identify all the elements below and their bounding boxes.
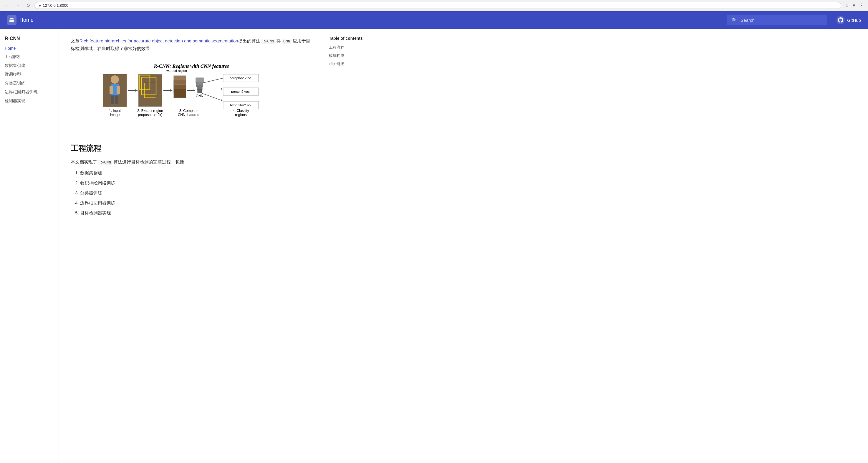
svg-text:2. Extract region: 2. Extract region <box>137 109 163 113</box>
svg-rect-0 <box>9 20 14 21</box>
toc-item-3[interactable]: 相关链接 <box>329 61 378 67</box>
app-header: Home 🔍 GitHub <box>0 11 868 29</box>
sidebar-link-finetune[interactable]: 微调模型 <box>5 71 54 78</box>
menu-button[interactable]: ⋮ <box>858 2 865 9</box>
list-item-2: 卷积神经网络训练 <box>80 179 312 186</box>
reload-button[interactable]: ↻ <box>25 2 31 9</box>
back-button[interactable]: ← <box>3 2 11 9</box>
rcnn-diagram-svg: R-CNN: Regions with CNN features 1. Inpu… <box>94 60 288 130</box>
github-icon <box>837 16 845 24</box>
lock-icon: ● <box>39 3 41 8</box>
toc-link-2[interactable]: 模块构成 <box>329 53 378 58</box>
address-bar[interactable]: ● 127.0.0.1:8000 <box>34 2 841 9</box>
list-item-5: 目标检测器实现 <box>80 209 312 216</box>
svg-text:3. Compute: 3. Compute <box>179 109 197 113</box>
svg-marker-22 <box>170 89 173 92</box>
svg-marker-42 <box>221 88 223 90</box>
sidebar-item-bbox[interactable]: 边界框回归器训练 <box>5 89 54 95</box>
list-item-3: 分类器训练 <box>80 189 312 196</box>
toc-title: Table of contents <box>329 36 378 41</box>
search-input[interactable] <box>741 18 823 23</box>
logo-icon <box>7 15 17 25</box>
toc-nav: 工程流程 模块构成 相关链接 <box>329 45 378 67</box>
sidebar-nav: Home 工程解析 数据集创建 微调模型 分类器训练 边界框回归器训练 检测器实… <box>5 45 54 104</box>
intro-code-cnn: CNN <box>282 39 291 44</box>
sidebar-link-bbox[interactable]: 边界框回归器训练 <box>5 89 54 95</box>
svg-text:tvmonitor? no.: tvmonitor? no. <box>230 103 252 107</box>
toc-link-3[interactable]: 相关链接 <box>329 61 378 67</box>
list-item-1: 数据集创建 <box>80 169 312 177</box>
sidebar-link-detector[interactable]: 检测器实现 <box>5 98 54 104</box>
list-item-4: 边界框回归器训练 <box>80 199 312 207</box>
intro-suffix1: 提出的算法 <box>238 38 260 43</box>
svg-text:aeroplane? no.: aeroplane? no. <box>230 76 252 80</box>
section1-title: 工程流程 <box>71 141 312 153</box>
search-box[interactable]: 🔍 <box>727 15 827 25</box>
section1-list: 数据集创建 卷积神经网络训练 分类器训练 边界框回归器训练 目标检测器实现 <box>80 169 312 216</box>
extensions-button[interactable]: ▾ <box>852 2 856 9</box>
github-label: GitHub <box>847 18 861 23</box>
sidebar-item-dataset[interactable]: 数据集创建 <box>5 62 54 69</box>
svg-rect-34 <box>197 89 202 93</box>
svg-rect-9 <box>111 95 114 104</box>
intro-prefix: 文章 <box>71 38 80 43</box>
section1-intro: 本文档实现了 R-CNN 算法进行目标检测的完整过程，包括 <box>71 158 312 166</box>
toc-item-1[interactable]: 工程流程 <box>329 45 378 50</box>
svg-rect-28 <box>174 89 186 98</box>
bookmark-button[interactable]: ☆ <box>844 2 850 9</box>
url-text: 127.0.0.1:8000 <box>43 3 68 8</box>
svg-line-24 <box>174 73 177 75</box>
svg-text:CNN: CNN <box>196 94 204 98</box>
sidebar: R-CNN Home 工程解析 数据集创建 微调模型 分类器训练 边界框回归器训… <box>0 29 59 463</box>
toc-item-2[interactable]: 模块构成 <box>329 53 378 58</box>
svg-line-40 <box>202 93 221 100</box>
sidebar-item-engineering[interactable]: 工程解析 <box>5 54 54 60</box>
svg-text:image: image <box>110 113 120 117</box>
section1-intro-text: 本文档实现了 R-CNN 算法进行目标检测的完整过程，包括 <box>71 159 184 164</box>
toc-link-1[interactable]: 工程流程 <box>329 45 378 50</box>
svg-rect-8 <box>117 86 120 94</box>
github-button[interactable]: GitHub <box>837 16 861 24</box>
sidebar-link-home[interactable]: Home <box>5 45 54 51</box>
svg-line-38 <box>202 79 221 83</box>
sidebar-link-dataset[interactable]: 数据集创建 <box>5 62 54 69</box>
svg-text:⋮: ⋮ <box>239 96 243 100</box>
svg-text:warped region: warped region <box>166 69 187 72</box>
sidebar-link-engineering[interactable]: 工程解析 <box>5 54 54 60</box>
svg-marker-30 <box>193 89 195 92</box>
svg-text:R-CNN: Regions with CNN featur: R-CNN: Regions with CNN features <box>153 63 229 69</box>
svg-text:person? yes.: person? yes. <box>231 90 251 93</box>
paper-link[interactable]: Rich feature hierarchies for accurate ob… <box>80 38 238 43</box>
rcnn-diagram: R-CNN: Regions with CNN features 1. Inpu… <box>71 60 312 130</box>
svg-point-5 <box>111 75 119 84</box>
sidebar-title: R-CNN <box>5 36 54 41</box>
svg-rect-10 <box>115 95 118 104</box>
svg-marker-14 <box>135 89 138 92</box>
intro-code-rcnn: R-CNN <box>261 39 275 44</box>
sidebar-link-classifier[interactable]: 分类器训练 <box>5 80 54 87</box>
intro-paragraph: 文章Rich feature hierarchies for accurate … <box>71 37 312 53</box>
svg-marker-43 <box>221 99 223 101</box>
svg-text:regions: regions <box>235 113 246 117</box>
sidebar-item-detector[interactable]: 检测器实现 <box>5 98 54 104</box>
svg-text:CNN features: CNN features <box>178 113 199 117</box>
svg-text:⋮: ⋮ <box>239 83 243 87</box>
svg-text:proposals (~2k): proposals (~2k) <box>138 113 162 117</box>
search-icon: 🔍 <box>732 18 738 23</box>
rcnn-code-inline: R-CNN <box>98 160 112 165</box>
svg-marker-41 <box>221 78 223 80</box>
home-label: Home <box>20 17 34 23</box>
forward-button[interactable]: → <box>14 2 22 9</box>
sidebar-item-classifier[interactable]: 分类器训练 <box>5 80 54 87</box>
browser-chrome: ← → ↻ ● 127.0.0.1:8000 ☆ ▾ ⋮ <box>0 0 868 11</box>
home-logo-link[interactable]: Home <box>7 15 34 25</box>
svg-rect-7 <box>110 86 113 94</box>
sidebar-item-home[interactable]: Home <box>5 45 54 51</box>
main-content: 文章Rich feature hierarchies for accurate … <box>59 29 324 463</box>
sidebar-item-finetune[interactable]: 微调模型 <box>5 71 54 78</box>
main-layout: R-CNN Home 工程解析 数据集创建 微调模型 分类器训练 边界框回归器训… <box>0 29 868 463</box>
svg-rect-1 <box>9 21 14 22</box>
svg-text:1. Input: 1. Input <box>109 109 121 113</box>
svg-text:4. Classify: 4. Classify <box>232 109 249 113</box>
toc-panel: Table of contents 工程流程 模块构成 相关链接 <box>324 29 383 463</box>
